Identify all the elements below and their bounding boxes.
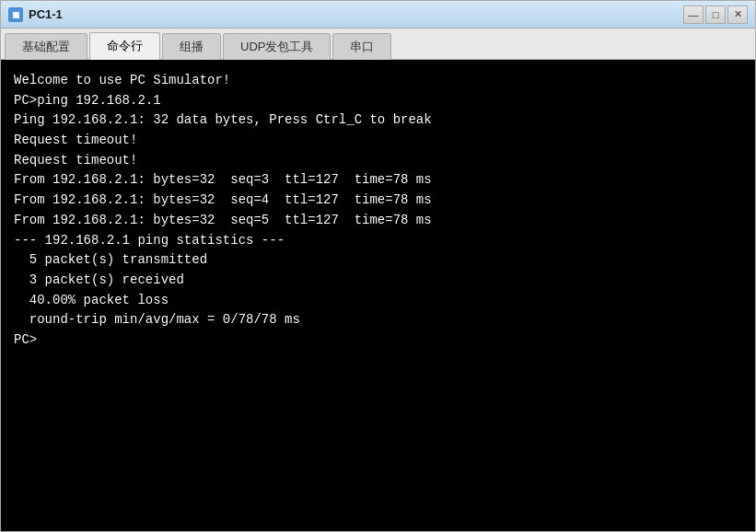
terminal-line: Request timeout! <box>14 151 742 171</box>
terminal-line: From 192.168.2.1: bytes=32 seq=3 ttl=127… <box>14 170 742 191</box>
terminal-line: Request timeout! <box>14 131 742 151</box>
maximize-button[interactable]: □ <box>705 6 726 24</box>
terminal-line: PC> <box>14 330 742 351</box>
close-button[interactable]: ✕ <box>727 6 748 24</box>
tab-udp[interactable]: UDP发包工具 <box>223 33 331 60</box>
terminal-line: --- 192.168.2.1 ping statistics --- <box>14 231 742 251</box>
terminal-output[interactable]: Welcome to use PC Simulator!PC>ping 192.… <box>1 60 755 531</box>
minimize-button[interactable]: — <box>683 6 704 24</box>
title-bar: ▣ PC1-1 — □ ✕ <box>1 1 755 29</box>
tab-cmd[interactable]: 命令行 <box>89 32 160 60</box>
tab-serial[interactable]: 串口 <box>332 33 391 60</box>
tab-multicast[interactable]: 组播 <box>162 33 221 60</box>
terminal-line: PC>ping 192.168.2.1 <box>14 91 742 111</box>
terminal-line: 40.00% packet loss <box>14 291 742 311</box>
window-title: PC1-1 <box>29 7 683 21</box>
main-window: ▣ PC1-1 — □ ✕ 基础配置命令行组播UDP发包工具串口 Welcome… <box>0 0 756 532</box>
window-icon: ▣ <box>8 7 23 22</box>
terminal-line: round-trip min/avg/max = 0/78/78 ms <box>14 310 742 330</box>
terminal-line: From 192.168.2.1: bytes=32 seq=4 ttl=127… <box>14 191 742 211</box>
terminal-line: Ping 192.168.2.1: 32 data bytes, Press C… <box>14 110 742 131</box>
tabs-bar: 基础配置命令行组播UDP发包工具串口 <box>1 29 755 60</box>
content-area: Welcome to use PC Simulator!PC>ping 192.… <box>1 60 755 531</box>
title-buttons: — □ ✕ <box>683 6 748 24</box>
tab-basic[interactable]: 基础配置 <box>5 33 87 60</box>
terminal-line: 5 packet(s) transmitted <box>14 250 742 271</box>
terminal-line: Welcome to use PC Simulator! <box>14 71 742 91</box>
terminal-line: 3 packet(s) received <box>14 271 742 291</box>
terminal-line: From 192.168.2.1: bytes=32 seq=5 ttl=127… <box>14 211 742 231</box>
